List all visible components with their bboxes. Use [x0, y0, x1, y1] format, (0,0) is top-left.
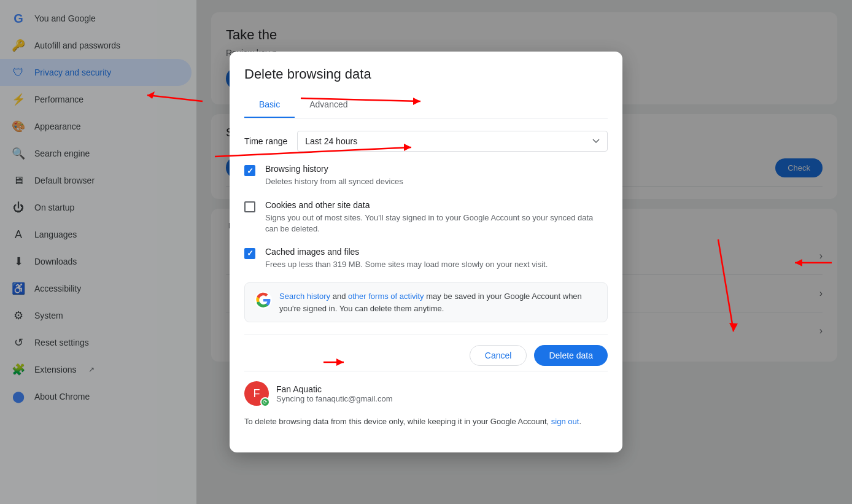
checkbox-title: Browsing history	[265, 164, 403, 174]
dialog-title: Delete browsing data	[244, 66, 608, 82]
sync-icon: ⟳	[263, 399, 268, 405]
checkbox-desc: Signs you out of most sites. You'll stay…	[265, 212, 608, 235]
user-info: Fan Aquatic Syncing to fanaqutic@gmail.c…	[276, 384, 608, 403]
checkbox-title: Cookies and other site data	[265, 200, 608, 210]
dialog-header: Delete browsing data Basic Advanced	[230, 52, 622, 118]
delete-browsing-data-dialog: Delete browsing data Basic Advanced Time…	[230, 52, 622, 452]
delete-notice-end: .	[579, 417, 581, 426]
cancel-button[interactable]: Cancel	[470, 345, 527, 366]
delete-data-button[interactable]: Delete data	[534, 345, 608, 366]
info-banner-text: Search history and other forms of activi…	[279, 290, 597, 314]
info-and-text: and	[330, 292, 348, 301]
cookies-item: Cookies and other site data Signs you ou…	[244, 200, 608, 235]
google-g-icon	[255, 292, 272, 309]
tab-advanced[interactable]: Advanced	[295, 92, 362, 118]
dialog-body: Time range Last hour Last 24 hours Last …	[230, 118, 622, 452]
dialog-divider	[244, 335, 608, 335]
checkbox-desc: Frees up less than 319 MB. Some sites ma…	[265, 259, 548, 270]
sign-out-link[interactable]: sign out	[551, 417, 579, 426]
browsing-history-checkbox[interactable]: ✓	[244, 165, 255, 176]
avatar-initial: F	[254, 387, 260, 400]
checkmark-icon: ✓	[247, 167, 254, 175]
avatar: F ⟳	[244, 381, 269, 406]
user-name: Fan Aquatic	[276, 384, 608, 394]
checkmark-icon: ✓	[247, 249, 254, 257]
other-activity-link[interactable]: other forms of activity	[348, 292, 424, 301]
delete-notice: To delete browsing data from this device…	[244, 416, 608, 428]
user-email: Syncing to fanaqutic@gmail.com	[276, 394, 608, 403]
cached-label: Cached images and files Frees up less th…	[265, 247, 548, 270]
checked-indicator: ✓	[244, 248, 255, 259]
sync-badge: ⟳	[260, 397, 270, 407]
cached-item: ✓ Cached images and files Frees up less …	[244, 247, 608, 270]
info-banner: Search history and other forms of activi…	[244, 282, 608, 322]
checkbox-desc: Deletes history from all synced devices	[265, 176, 403, 187]
tab-basic[interactable]: Basic	[244, 92, 295, 118]
time-range-label: Time range	[244, 136, 287, 146]
checked-indicator: ✓	[244, 165, 255, 176]
dialog-actions: Cancel Delete data	[244, 345, 608, 371]
delete-notice-text: To delete browsing data from this device…	[244, 417, 549, 426]
checkbox-title: Cached images and files	[265, 247, 548, 257]
cookies-label: Cookies and other site data Signs you ou…	[265, 200, 608, 235]
dialog-divider-2	[244, 371, 608, 371]
user-profile: F ⟳ Fan Aquatic Syncing to fanaqutic@gma…	[244, 381, 608, 406]
browsing-history-item: ✓ Browsing history Deletes history from …	[244, 164, 608, 187]
dialog-tabs: Basic Advanced	[244, 92, 608, 118]
unchecked-indicator	[244, 201, 255, 212]
cookies-checkbox[interactable]	[244, 201, 255, 212]
search-history-link[interactable]: Search history	[279, 292, 330, 301]
cached-checkbox[interactable]: ✓	[244, 248, 255, 259]
browsing-history-label: Browsing history Deletes history from al…	[265, 164, 403, 187]
modal-overlay[interactable]: Delete browsing data Basic Advanced Time…	[0, 0, 852, 504]
time-range-select[interactable]: Last hour Last 24 hours Last 7 days Last…	[297, 131, 608, 152]
time-range-row: Time range Last hour Last 24 hours Last …	[244, 131, 608, 152]
